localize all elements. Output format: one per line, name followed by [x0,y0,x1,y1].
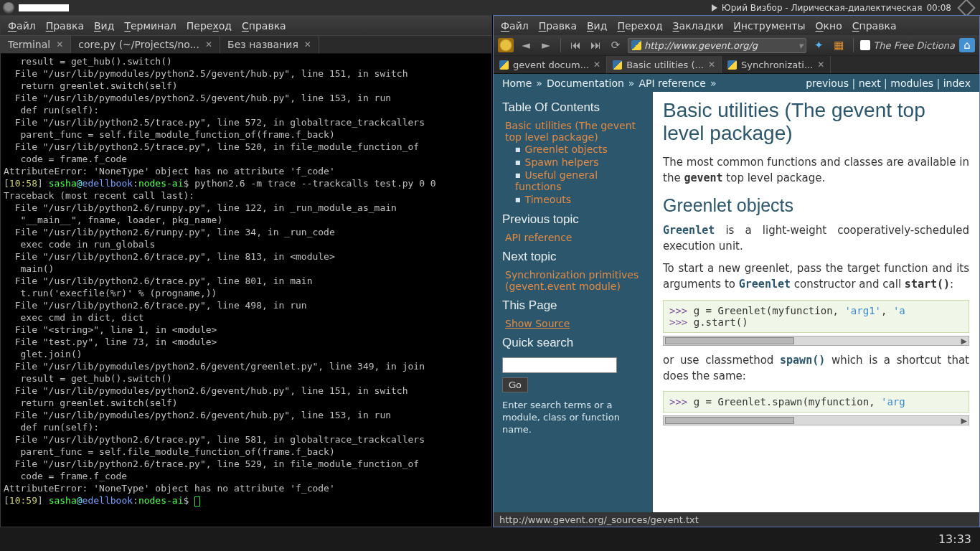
intro-paragraph: The most common functions and classes ar… [663,155,969,187]
close-icon[interactable]: ✕ [304,39,311,50]
browser-window: Файл Правка Вид Переход Закладки Инструм… [493,15,980,527]
rewind-button[interactable]: ⏮ [567,38,583,52]
menu-terminal[interactable]: Терминал [124,20,176,32]
this-page-heading: This Page [502,298,644,313]
toc-link-top[interactable]: Basic utilities (The gevent top level pa… [505,120,636,143]
panel-button[interactable]: ▦ [831,38,847,52]
section-greenlet: Greenlet objects [663,195,969,216]
menu-go[interactable]: Переход [187,20,232,32]
fastforward-button[interactable]: ⏭ [588,38,603,52]
favicon-icon [727,60,737,70]
now-playing-time: 00:08 [926,3,951,13]
gnome-foot-icon[interactable] [3,2,14,14]
crumb-api[interactable]: API reference [639,77,705,89]
code-block[interactable]: >>> g = Greenlet(myfunction, 'arg1', 'a … [663,300,969,333]
terminal-body[interactable]: result = get_hub().switch() File "/usr/l… [1,54,491,527]
favicon-icon [613,60,622,70]
tab-terminal[interactable]: Terminal✕ [1,36,71,53]
show-source-link[interactable]: Show Source [505,318,570,329]
menu-edit[interactable]: Правка [539,20,577,32]
menu-window[interactable]: Окно [816,20,842,32]
tab-label: gevent docum... [513,60,589,70]
toc-link[interactable]: Useful general functions [515,169,598,192]
search-engine-label[interactable]: The Free Dictiona [860,40,955,51]
close-icon[interactable]: ✕ [708,60,715,70]
wand-button[interactable]: ✦ [811,38,826,52]
tab-synchronization[interactable]: Synchronizati...✕ [722,56,831,73]
crumb-doc[interactable]: Documentation [547,77,624,89]
nav-next[interactable]: next [859,77,881,89]
menu-file[interactable]: Файл [8,20,36,32]
horizontal-scrollbar[interactable]: ▶ [663,415,969,425]
breadcrumb: Home» Documentation» API reference» prev… [494,74,979,92]
toc-link[interactable]: Spawn helpers [525,156,599,168]
greenlet-start-desc: To start a new greenlet, pass the target… [663,261,969,293]
prev-topic-link[interactable]: API reference [505,232,572,243]
toc-link[interactable]: Greenlet objects [525,143,608,155]
workspace-switcher-icon[interactable] [957,0,975,17]
nav-modules[interactable]: modules [890,77,933,89]
greenlet-desc: Greenlet is a light-weight cooperatively… [663,223,969,255]
tab-label: core.py (~/Projects/no... [78,39,199,50]
menu-view[interactable]: Вид [587,20,607,32]
back-button[interactable]: ◄ [518,38,534,52]
clock[interactable]: 13:33 [938,532,971,546]
next-topic-heading: Next topic [502,250,644,264]
browser-statusbar: http://www.gevent.org/_sources/gevent.tx… [494,512,979,527]
tab-label: Basic utilities (... [626,60,704,70]
close-icon[interactable]: ✕ [205,39,212,50]
menu-help[interactable]: Справка [242,20,286,32]
tab-gevent-docs[interactable]: gevent docum...✕ [494,56,607,73]
nav-previous[interactable]: previous [806,77,849,89]
separator [560,38,561,52]
status-text: http://www.gevent.org/_sources/gevent.tx… [499,514,699,525]
taskbar-app-button[interactable] [19,4,69,11]
doc-sidebar: Table Of Contents Basic utilities (The g… [494,92,653,512]
bottom-panel: 13:33 [0,527,980,551]
menu-tools[interactable]: Инструменты [733,20,805,32]
nav-index[interactable]: index [943,77,971,89]
next-topic-link[interactable]: Synchronization primitives (gevent.event… [505,269,639,292]
tab-untitled[interactable]: Без названия✕ [220,36,319,53]
close-icon[interactable]: ✕ [593,60,600,70]
menu-go[interactable]: Переход [617,20,662,32]
url-bar[interactable]: http://www.gevent.org/g ▾ [628,38,806,53]
menu-bookmarks[interactable]: Закладки [673,20,724,32]
code-block[interactable]: >>> g = Greenlet.spawn(myfunction, 'arg [663,391,969,413]
tab-label: Без названия [227,39,298,50]
bookmark-star-icon[interactable] [498,38,514,52]
search-input[interactable] [502,357,617,373]
favicon-icon [631,40,641,50]
browser-toolbar: ◄ ► ⏮ ⏭ ⟳ http://www.gevent.org/g ▾ ✦ ▦ … [494,35,979,56]
close-icon[interactable]: ✕ [56,39,63,50]
play-icon[interactable] [712,4,717,11]
browser-tabs: gevent docum...✕ Basic utilities (...✕ S… [494,56,979,74]
toc-heading: Table Of Contents [502,100,644,115]
menu-file[interactable]: Файл [501,20,529,32]
crumb-home[interactable]: Home [502,77,532,89]
terminal-window: Файл Правка Вид Терминал Переход Справка… [0,15,492,527]
tab-basic-utilities[interactable]: Basic utilities (...✕ [607,56,722,73]
tab-corepy[interactable]: core.py (~/Projects/no...✕ [71,36,220,53]
forward-button[interactable]: ► [538,38,554,52]
terminal-tabs: Terminal✕ core.py (~/Projects/no...✕ Без… [1,35,491,54]
menu-help[interactable]: Справка [852,20,897,32]
close-icon[interactable]: ✕ [817,60,824,70]
favicon-icon [499,60,509,70]
reload-button[interactable]: ⟳ [608,38,623,52]
now-playing-text: Юрий Визбор - Лирическая-диалектическая [722,3,923,13]
menu-view[interactable]: Вид [94,20,114,32]
horizontal-scrollbar[interactable]: ▶ [663,336,969,346]
browser-menubar: Файл Правка Вид Переход Закладки Инструм… [494,16,979,35]
menu-edit[interactable]: Правка [46,20,84,32]
home-button[interactable]: ⌂ [959,38,975,52]
go-button[interactable]: Go [502,377,528,392]
quick-search-heading: Quick search [502,336,644,350]
toc-link[interactable]: Timeouts [525,194,571,205]
prev-topic-heading: Previous topic [502,212,644,227]
url-text: http://www.gevent.org/g [644,40,758,51]
top-taskbar: Юрий Визбор - Лирическая-диалектическая … [0,0,980,15]
tab-label: Terminal [8,39,50,50]
separator [853,38,854,52]
doc-body: Basic utilities (The gevent top level pa… [653,92,979,512]
